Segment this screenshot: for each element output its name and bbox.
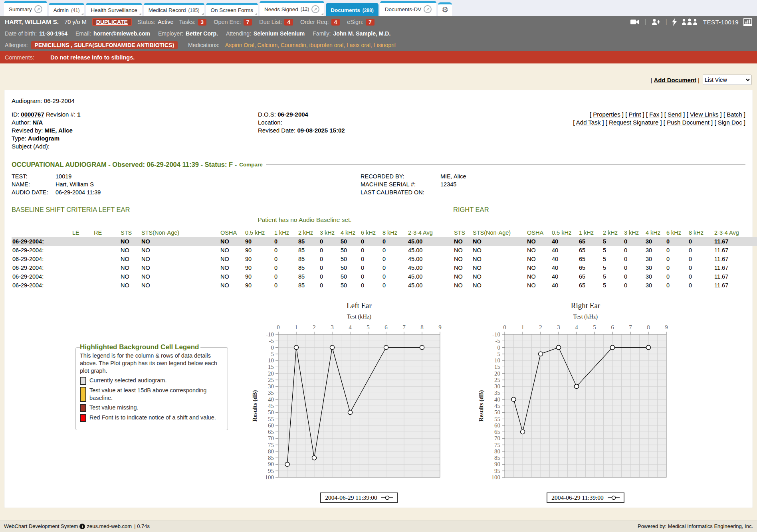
badge-count[interactable]: 4	[284, 19, 293, 26]
detail-value: horner@mieweb.com	[93, 30, 150, 37]
tab-health-surveillance[interactable]: Health Surveillance	[86, 3, 142, 16]
cell: 0	[360, 272, 382, 281]
external-link-icon[interactable]: ↗	[424, 5, 432, 13]
cell: 90	[244, 246, 273, 255]
tab-on-screen-forms[interactable]: On Screen Forms	[206, 3, 258, 16]
column-header: LE	[71, 228, 93, 237]
footer-host[interactable]: zeus.med-web.com	[87, 523, 132, 529]
subject-add-link[interactable]: Add	[35, 143, 46, 150]
cell	[71, 281, 93, 290]
cell: 06-29-2004:	[12, 272, 71, 281]
document-id-link[interactable]: 0000767	[21, 111, 44, 118]
cell: 0	[623, 246, 645, 255]
meta-value: Hart, William S	[55, 180, 101, 188]
cell: NO	[472, 246, 526, 255]
view-select[interactable]: List View	[703, 75, 751, 85]
compare-link[interactable]: Compare	[239, 162, 263, 168]
settings-tab[interactable]: ⚙	[438, 2, 452, 16]
add-document-link[interactable]: Add Document	[654, 77, 696, 83]
chart-svg: Left EarTest (kHz)Results (dB)0123456789…	[250, 299, 452, 487]
external-link-icon[interactable]: ↗	[311, 5, 319, 13]
cell: NO	[526, 263, 551, 272]
action-print[interactable]: Print	[629, 111, 641, 118]
meta-row: TEST:10019	[12, 172, 101, 180]
action-batch[interactable]: Batch	[727, 111, 742, 118]
svg-text:-5: -5	[269, 338, 274, 344]
cell: 0	[666, 263, 688, 272]
cell: NO	[141, 281, 220, 290]
cell: 0	[360, 263, 382, 272]
column-header: 8 kHz	[688, 228, 713, 237]
tab-needs-signed[interactable]: Needs Signed(12)↗	[260, 1, 324, 16]
cell: 90	[244, 237, 273, 246]
svg-text:80: 80	[268, 448, 274, 455]
cell: 0	[623, 272, 645, 281]
cell: 85	[297, 237, 319, 246]
action-view-links[interactable]: View Links	[690, 111, 718, 118]
meta-row: NAME:Hart, William S	[12, 180, 101, 188]
tab-admin[interactable]: Admin(41)	[49, 3, 85, 16]
meta-label: MACHINE SERIAL #:	[361, 180, 440, 188]
action-send[interactable]: Send	[668, 111, 682, 118]
badge-count[interactable]: 7	[244, 19, 252, 26]
audiogram-row[interactable]: 06-29-2004:NONONO900850500045.00NONONO40…	[12, 246, 757, 255]
cell: NO	[526, 281, 551, 290]
patient-banner: HART, WILLIAM S. 70 y/o M DUPLICATE Stat…	[0, 16, 757, 51]
svg-text:40: 40	[268, 396, 274, 403]
action-properties[interactable]: Properties	[593, 111, 620, 118]
patients-group-icon[interactable]	[682, 18, 698, 26]
action-fax[interactable]: Fax	[649, 111, 659, 118]
detail-attending: Attending:Selenium Selenium	[226, 30, 305, 37]
cell: NO	[141, 255, 220, 263]
svg-text:2: 2	[313, 324, 316, 330]
audiogram-row[interactable]: 06-29-2004:NONONO900850500045.00NONONO40…	[12, 272, 757, 281]
legend-swatch	[80, 377, 86, 385]
chart-id: TEST-10019	[703, 19, 739, 26]
badge-count[interactable]: 3	[198, 19, 207, 26]
bar-chart-icon[interactable]	[743, 18, 752, 26]
tab-bar: Summary↗Admin(41)Health SurveillanceMedi…	[0, 0, 757, 16]
badge-esign: eSign:7	[347, 19, 375, 26]
column-header: STS	[120, 228, 141, 237]
cell: 0	[319, 255, 340, 263]
meta-value	[440, 188, 466, 196]
external-link-icon[interactable]: ↗	[34, 5, 42, 13]
cell-legend-title: Highlighted Background Cell Legend	[80, 343, 200, 351]
cell: 65	[578, 237, 602, 246]
action-add-task[interactable]: Add Task	[576, 119, 600, 126]
svg-text:4: 4	[575, 324, 578, 330]
cell: NO	[472, 272, 526, 281]
video-camera-icon[interactable]	[630, 18, 640, 26]
revised-by-link[interactable]: MIE, Alice	[45, 127, 73, 134]
audiogram-row[interactable]: 06-29-2004:NONONO900850500045.00NONONO40…	[12, 281, 757, 290]
tab-documents[interactable]: Documents(288)	[326, 3, 378, 16]
tab-summary[interactable]: Summary↗	[4, 1, 47, 16]
cell: 06-29-2004:	[12, 255, 71, 263]
type-value: Audiogram	[28, 135, 59, 142]
allergy-medication-row: Allergies: PENICILLINS , SULFA(SULFONAMI…	[0, 39, 757, 51]
audiogram-row[interactable]: 06-29-2004:NONONO900850500045.00NONONO40…	[12, 255, 757, 263]
column-header: 2-3-4 Avg	[407, 228, 453, 237]
badge-label: eSign:	[347, 19, 363, 25]
tab-documents-dv[interactable]: Documents-DV↗	[380, 1, 437, 16]
audiogram-row[interactable]: 06-29-2004:NONONO900850500045.00NONONO40…	[12, 263, 757, 272]
meta-label: TEST:	[12, 172, 55, 180]
footer-app-name: WebChart Development System	[4, 523, 78, 529]
cell: NO	[472, 281, 526, 290]
column-header: 1 kHz	[578, 228, 602, 237]
badge-count[interactable]: 4	[331, 19, 340, 26]
action-push-document[interactable]: Push Document	[667, 119, 709, 126]
duplicate-flag[interactable]: DUPLICATE	[92, 18, 132, 26]
svg-text:75: 75	[494, 442, 500, 448]
flash-icon[interactable]	[672, 18, 677, 26]
audiogram-row-selected[interactable]: 06-29-2004:NONONO900850500045.00NONONO40…	[12, 237, 757, 246]
add-person-icon[interactable]	[651, 18, 661, 26]
action-request-signature[interactable]: Request Signature	[609, 119, 658, 126]
detail-value: Selenium Selenium	[254, 30, 305, 37]
tab-medical-record[interactable]: Medical Record(185)	[144, 3, 204, 16]
svg-text:5: 5	[593, 324, 596, 330]
info-icon[interactable]: i	[79, 524, 85, 529]
action-sign-doc[interactable]: Sign Doc	[718, 119, 742, 126]
badge-count[interactable]: 7	[366, 19, 375, 26]
detail-date-of-birth: Date of birth:11-30-1954	[5, 30, 67, 37]
